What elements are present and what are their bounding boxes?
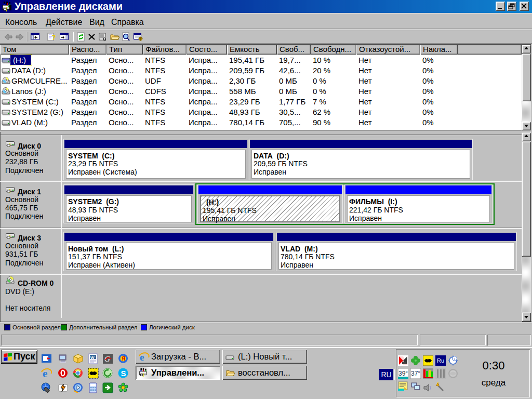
svg-text:39°: 39° bbox=[398, 370, 408, 377]
svg-text:i: i bbox=[454, 357, 455, 361]
svg-text:S: S bbox=[121, 369, 126, 378]
svg-text:Ru: Ru bbox=[437, 357, 444, 364]
svg-text:G: G bbox=[104, 355, 110, 363]
svg-text:?: ? bbox=[51, 33, 56, 42]
svg-text:37°: 37° bbox=[411, 370, 420, 377]
svg-text:Я: Я bbox=[122, 356, 125, 362]
svg-text:W: W bbox=[90, 355, 95, 360]
